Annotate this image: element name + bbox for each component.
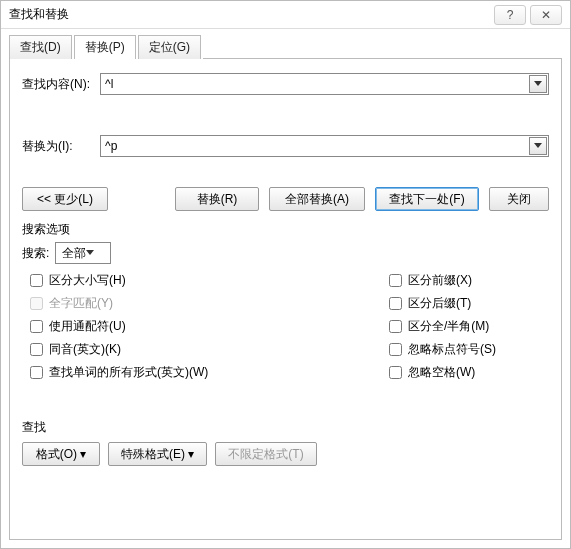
chk-all-forms[interactable]: 查找单词的所有形式(英文)(W): [30, 364, 389, 381]
replace-row: 替换为(I):: [22, 135, 549, 157]
help-icon: ?: [507, 8, 514, 22]
no-format-button: 不限定格式(T): [215, 442, 316, 466]
options-left-column: 区分大小写(H) 全字匹配(Y) 使用通配符(U) 同音(英文)(K) 查找单词…: [22, 272, 389, 381]
find-input[interactable]: [105, 77, 544, 91]
bottom-section: 查找 格式(O) ▾ 特殊格式(E) ▾ 不限定格式(T): [22, 419, 549, 466]
chk-wildcards[interactable]: 使用通配符(U): [30, 318, 389, 335]
chevron-down-icon: [86, 250, 94, 256]
action-button-row: << 更少(L) 替换(R) 全部替换(A) 查找下一处(F) 关闭: [22, 187, 549, 211]
chk-ignore-space[interactable]: 忽略空格(W): [389, 364, 549, 381]
search-direction-label: 搜索:: [22, 245, 49, 262]
tab-strip: 查找(D) 替换(P) 定位(G): [9, 35, 562, 59]
close-window-button[interactable]: ✕: [530, 5, 562, 25]
replace-panel: 查找内容(N): 替换为(I): <: [9, 59, 562, 540]
options-right-column: 区分前缀(X) 区分后缀(T) 区分全/半角(M) 忽略标点符号(S) 忽略空格…: [389, 272, 549, 381]
chk-full-half[interactable]: 区分全/半角(M): [389, 318, 549, 335]
chk-sounds-like[interactable]: 同音(英文)(K): [30, 341, 389, 358]
help-button[interactable]: ?: [494, 5, 526, 25]
chk-suffix[interactable]: 区分后缀(T): [389, 295, 549, 312]
format-button[interactable]: 格式(O) ▾: [22, 442, 100, 466]
dialog-content: 查找(D) 替换(P) 定位(G) 查找内容(N): 替换为(I):: [1, 29, 570, 548]
tab-replace[interactable]: 替换(P): [74, 35, 136, 59]
find-replace-dialog: 查找和替换 ? ✕ 查找(D) 替换(P) 定位(G) 查找内容(N):: [0, 0, 571, 549]
tab-goto[interactable]: 定位(G): [138, 35, 201, 59]
chevron-down-icon: [534, 143, 542, 149]
replace-input[interactable]: [105, 139, 544, 153]
search-direction-row: 搜索: 全部: [22, 242, 549, 264]
special-format-button[interactable]: 特殊格式(E) ▾: [108, 442, 207, 466]
replace-dropdown-arrow[interactable]: [529, 137, 547, 155]
find-label: 查找内容(N):: [22, 76, 100, 93]
tab-find[interactable]: 查找(D): [9, 35, 72, 59]
find-section-title: 查找: [22, 419, 549, 436]
format-button-row: 格式(O) ▾ 特殊格式(E) ▾ 不限定格式(T): [22, 442, 549, 466]
replace-label: 替换为(I):: [22, 138, 100, 155]
find-input-combo[interactable]: [100, 73, 549, 95]
close-icon: ✕: [541, 8, 551, 22]
replace-button[interactable]: 替换(R): [175, 187, 259, 211]
search-direction-combo[interactable]: 全部: [55, 242, 111, 264]
chk-match-case[interactable]: 区分大小写(H): [30, 272, 389, 289]
search-direction-arrow[interactable]: [86, 250, 94, 256]
close-button[interactable]: 关闭: [489, 187, 549, 211]
chk-prefix[interactable]: 区分前缀(X): [389, 272, 549, 289]
find-next-button[interactable]: 查找下一处(F): [375, 187, 479, 211]
search-direction-value: 全部: [62, 245, 86, 262]
titlebar: 查找和替换 ? ✕: [1, 1, 570, 29]
replace-all-button[interactable]: 全部替换(A): [269, 187, 365, 211]
options-grid: 区分大小写(H) 全字匹配(Y) 使用通配符(U) 同音(英文)(K) 查找单词…: [22, 272, 549, 381]
less-button[interactable]: << 更少(L): [22, 187, 108, 211]
chk-ignore-punct[interactable]: 忽略标点符号(S): [389, 341, 549, 358]
chevron-down-icon: [534, 81, 542, 87]
chk-whole-word: 全字匹配(Y): [30, 295, 389, 312]
find-dropdown-arrow[interactable]: [529, 75, 547, 93]
find-row: 查找内容(N):: [22, 73, 549, 95]
dialog-title: 查找和替换: [9, 6, 490, 23]
replace-input-combo[interactable]: [100, 135, 549, 157]
search-options-title: 搜索选项: [22, 221, 549, 238]
